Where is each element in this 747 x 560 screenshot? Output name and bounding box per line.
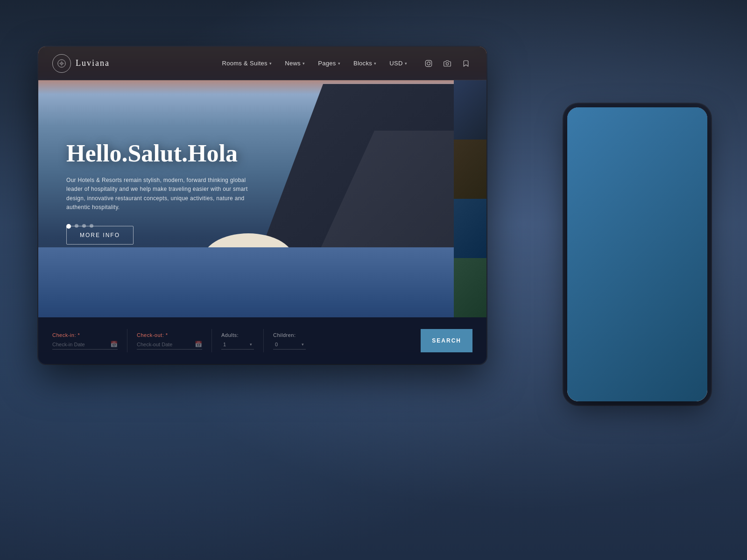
hero-content: Hello.Salut.Hola Our Hotels & Resorts re… [66,140,262,245]
svg-rect-2 [425,60,431,66]
children-field-group: Children: 0123 ▾ [273,332,306,350]
nav-rooms-suites[interactable]: Rooms & Suites ▾ [216,57,277,70]
checkin-required: * [78,332,80,338]
slide-dot-1[interactable] [66,224,71,229]
laptop-mockup: Luviana Rooms & Suites ▾ News ▾ Pages ▾ … [38,47,486,364]
field-divider-1 [127,329,127,352]
checkout-required: * [166,332,168,338]
thumbnail-strip [454,80,486,317]
adults-field-group: Adults: 1234 ▾ [221,332,254,350]
slide-dot-2[interactable] [75,224,78,228]
checkout-field-group: Check-out: * 📅 [137,332,202,350]
checkin-input[interactable] [52,340,118,350]
nav-links: Rooms & Suites ▾ News ▾ Pages ▾ Blocks ▾… [216,57,472,70]
slide-dot-3[interactable] [82,224,86,228]
nav-pages[interactable]: Pages ▾ [312,57,346,70]
hero-title: Hello.Salut.Hola [66,140,262,167]
thumb-3[interactable] [454,199,486,258]
calendar-icon-2: 📅 [195,341,202,348]
hero-subtitle: Our Hotels & Resorts remain stylish, mod… [66,176,262,212]
slide-dots [66,224,93,229]
nav-news[interactable]: News ▾ [279,57,310,70]
children-select[interactable]: 0123 [273,340,306,350]
checkout-input[interactable] [137,340,202,350]
chevron-down-icon: ▾ [303,61,305,66]
instagram-icon[interactable] [422,57,435,70]
search-button[interactable]: SEARCH [421,329,472,352]
slide-dot-4[interactable] [90,224,93,228]
field-divider-3 [263,329,264,352]
logo-area[interactable]: Luviana [52,54,110,73]
chevron-down-icon: ▾ [405,61,407,66]
social-icons [422,57,472,70]
thumb-4[interactable] [454,258,486,317]
checkin-input-wrap: 📅 [52,340,118,350]
checkin-label: Check-in: * [52,332,118,338]
mobile-mockup: Check-in: * Check-in Date Check-out: * C… [567,107,707,401]
mobile-gallery [567,265,707,353]
nav-usd[interactable]: USD ▾ [384,57,413,70]
svg-point-4 [430,61,430,62]
adults-select-wrap: 1234 ▾ [221,340,254,350]
svg-point-3 [427,62,430,65]
thumb-1[interactable] [454,80,486,140]
chevron-down-icon: ▾ [338,61,340,66]
checkout-label: Check-out: * [137,332,202,338]
logo-text: Luviana [76,58,110,68]
logo-icon [52,54,71,73]
svg-point-5 [446,63,448,65]
children-label: Children: [273,332,306,338]
gallery-thumb-2 [639,272,700,305]
chevron-down-icon: ▾ [374,61,376,66]
field-divider-2 [211,329,212,352]
bookmark-icon[interactable] [459,57,472,70]
navbar: Luviana Rooms & Suites ▾ News ▾ Pages ▾ … [38,47,486,80]
children-select-wrap: 0123 ▾ [273,340,306,350]
calendar-icon: 📅 [110,341,118,348]
adults-label: Adults: [221,332,254,338]
checkin-field-group: Check-in: * 📅 [52,332,118,350]
camera-icon[interactable] [441,57,454,70]
nav-blocks[interactable]: Blocks ▾ [348,57,382,70]
search-bar: Check-in: * 📅 Check-out: * 📅 Adults: [38,317,486,364]
adults-select[interactable]: 1234 [221,340,254,350]
checkout-input-wrap: 📅 [137,340,202,350]
logo-svg [56,58,67,69]
thumb-2[interactable] [454,140,486,199]
chevron-down-icon: ▾ [269,61,272,66]
